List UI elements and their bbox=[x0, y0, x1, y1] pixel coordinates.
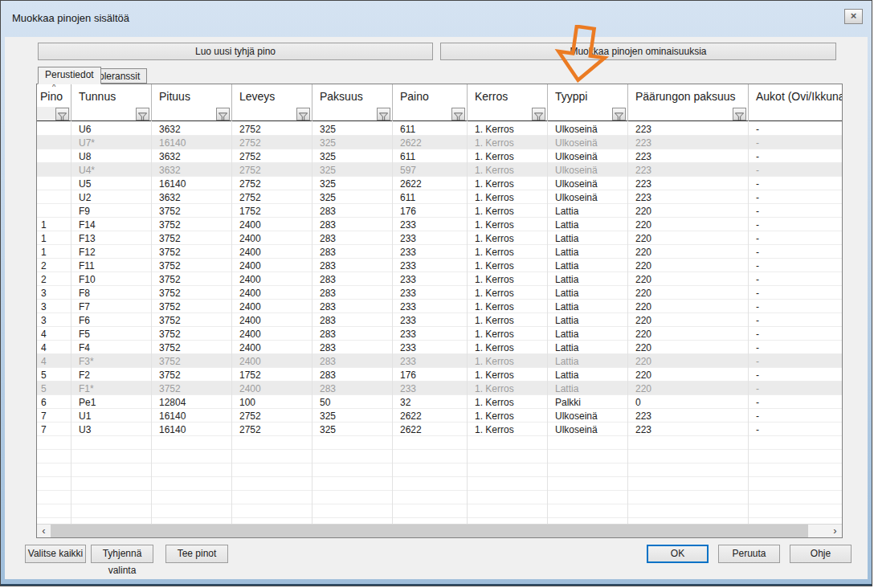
table-row[interactable]: 3F7375224002832331. KerrosLattia220- bbox=[37, 300, 842, 313]
table-cell: F4 bbox=[71, 342, 151, 353]
column-separator bbox=[231, 84, 232, 121]
table-row[interactable]: 7U316140275232526221. KerrosUlkoseinä223… bbox=[37, 423, 842, 436]
table-cell: 4 bbox=[37, 356, 71, 367]
table-cell: Ulkoseinä bbox=[547, 192, 627, 203]
table-cell: 2400 bbox=[231, 233, 312, 244]
table-cell: 223 bbox=[627, 192, 748, 203]
column-header-5[interactable]: Paksuus bbox=[312, 84, 392, 107]
funnel-icon bbox=[379, 112, 388, 121]
table-row[interactable]: 4F5375224002832331. KerrosLattia220- bbox=[37, 327, 842, 341]
cancel-button[interactable]: Peruuta bbox=[718, 545, 780, 563]
ok-button[interactable]: OK bbox=[647, 545, 709, 563]
tab-basic-info[interactable]: Perustiedot bbox=[38, 67, 101, 84]
table-cell: 233 bbox=[392, 315, 467, 326]
filter-funnel-button[interactable] bbox=[216, 108, 230, 120]
filter-funnel-button[interactable] bbox=[451, 108, 465, 120]
help-button[interactable]: Ohje bbox=[790, 545, 852, 563]
table-row[interactable]: 2F11375224002832331. KerrosLattia220- bbox=[37, 259, 842, 272]
table-cell: - bbox=[748, 247, 842, 258]
table-row[interactable]: U6363227523256111. KerrosUlkoseinä223- bbox=[37, 122, 842, 136]
table-cell: 2400 bbox=[231, 342, 312, 353]
table-cell: 597 bbox=[392, 165, 467, 176]
table-row[interactable]: 7U116140275232526221. KerrosUlkoseinä223… bbox=[37, 409, 842, 423]
table-row[interactable]: 4F3*375224002832331. KerrosLattia220- bbox=[37, 354, 842, 368]
table-cell: 223 bbox=[627, 151, 748, 162]
table-row[interactable]: U2363227523256111. KerrosUlkoseinä223- bbox=[37, 190, 842, 204]
column-header-6[interactable]: Paino bbox=[392, 84, 467, 107]
table-cell: F6 bbox=[71, 315, 151, 326]
table-row[interactable]: 5F2375217522831761. KerrosLattia220- bbox=[37, 368, 842, 382]
table-cell: 1. Kerros bbox=[467, 301, 547, 312]
table-cell: U5 bbox=[71, 178, 151, 190]
table-row[interactable]: 4F4375224002832331. KerrosLattia220- bbox=[37, 341, 842, 354]
table-cell: 3 bbox=[37, 288, 71, 299]
table-cell: 16140 bbox=[151, 424, 231, 435]
table-row[interactable]: U8363227523256111. KerrosUlkoseinä223- bbox=[37, 149, 842, 163]
table-row[interactable]: U516140275232526221. KerrosUlkoseinä223- bbox=[37, 177, 842, 190]
table-row[interactable]: U4*363227523255971. KerrosUlkoseinä223- bbox=[37, 163, 842, 177]
horizontal-scrollbar[interactable]: ‹ › bbox=[37, 524, 842, 537]
grid-line bbox=[312, 122, 312, 524]
table-cell: 611 bbox=[392, 151, 467, 162]
table-row[interactable]: 1F14375224002832331. KerrosLattia220- bbox=[37, 218, 842, 231]
table-cell: U4* bbox=[71, 165, 151, 176]
table-cell: 1. Kerros bbox=[467, 260, 547, 272]
table-cell: 2752 bbox=[231, 124, 312, 135]
table-cell: - bbox=[748, 342, 842, 353]
column-header-10[interactable]: Aukot (Ovi/Ikkuna/A bbox=[748, 84, 843, 107]
select-all-button[interactable]: Valitse kaikki bbox=[25, 545, 86, 563]
table-cell: 1752 bbox=[231, 206, 312, 217]
table-cell: 220 bbox=[627, 315, 748, 326]
table-row[interactable]: 2F10375224002832331. KerrosLattia220- bbox=[37, 272, 842, 286]
filter-funnel-button[interactable] bbox=[55, 108, 69, 120]
filter-funnel-button[interactable] bbox=[136, 108, 149, 120]
edit-stack-properties-button[interactable]: Muokkaa pinojen ominaisuuksia bbox=[440, 43, 836, 60]
filter-funnel-button[interactable] bbox=[532, 108, 545, 120]
filter-funnel-button[interactable] bbox=[733, 108, 746, 120]
filter-funnel-button[interactable] bbox=[296, 108, 310, 120]
table-row[interactable]: 3F6375224002832331. KerrosLattia220- bbox=[37, 313, 842, 327]
table-row[interactable]: 6Pe11280410050321. KerrosPalkki0- bbox=[37, 395, 842, 409]
table-cell: Lattia bbox=[547, 356, 627, 367]
table-cell: F10 bbox=[71, 274, 151, 285]
table-cell: F3* bbox=[71, 356, 151, 367]
table-cell: 220 bbox=[627, 274, 748, 285]
table-cell: Ulkoseinä bbox=[547, 178, 627, 190]
table-cell: 2752 bbox=[231, 178, 312, 190]
clear-selection-button[interactable]: Tyhjennä valinta bbox=[91, 545, 153, 563]
table-row[interactable]: 3F8375224002832331. KerrosLattia220- bbox=[37, 286, 842, 300]
column-header-7[interactable]: Kerros bbox=[467, 84, 547, 107]
table-cell: 1. Kerros bbox=[467, 165, 547, 176]
scrollbar-thumb[interactable] bbox=[51, 525, 808, 537]
table-cell: Ulkoseinä bbox=[547, 410, 627, 422]
column-header-9[interactable]: Päärungon paksuus bbox=[627, 84, 748, 107]
filter-funnel-button[interactable] bbox=[612, 108, 626, 120]
column-header-4[interactable]: Leveys bbox=[231, 84, 312, 107]
table-cell: 2 bbox=[37, 260, 71, 272]
create-empty-stack-button[interactable]: Luo uusi tyhjä pino bbox=[38, 43, 433, 60]
table-cell: 283 bbox=[312, 288, 392, 299]
scroll-left-icon[interactable]: ‹ bbox=[37, 525, 51, 537]
table-cell: 325 bbox=[312, 165, 392, 176]
table-cell: Lattia bbox=[547, 288, 627, 299]
column-header-3[interactable]: Pituus bbox=[151, 84, 231, 107]
column-header-1[interactable]: Pino bbox=[37, 84, 71, 107]
dialog-title: Muokkaa pinojen sisältöä bbox=[12, 12, 129, 24]
table-row[interactable]: U7*16140275232526221. KerrosUlkoseinä223… bbox=[37, 136, 842, 149]
table-row[interactable]: 1F13375224002832331. KerrosLattia220- bbox=[37, 231, 842, 245]
table-cell: 3752 bbox=[151, 383, 231, 394]
table-cell: 3752 bbox=[151, 233, 231, 244]
make-stacks-button[interactable]: Tee pinot bbox=[165, 545, 228, 563]
table-row[interactable]: 1F12375224002832331. KerrosLattia220- bbox=[37, 245, 842, 259]
column-header-2[interactable]: Tunnus bbox=[71, 84, 151, 107]
table-cell: 3752 bbox=[151, 315, 231, 326]
column-header-8[interactable]: Tyyppi bbox=[547, 84, 627, 107]
funnel-icon bbox=[735, 112, 744, 121]
filter-funnel-button[interactable] bbox=[377, 108, 390, 120]
table-row[interactable]: 5F1*375224002832331. KerrosLattia220- bbox=[37, 382, 842, 395]
scroll-right-icon[interactable]: › bbox=[828, 525, 842, 537]
table-cell: - bbox=[748, 301, 842, 312]
column-separator bbox=[71, 84, 71, 121]
table-row[interactable]: F9375217522831761. KerrosLattia220- bbox=[37, 204, 842, 218]
close-icon[interactable]: × bbox=[844, 9, 863, 24]
